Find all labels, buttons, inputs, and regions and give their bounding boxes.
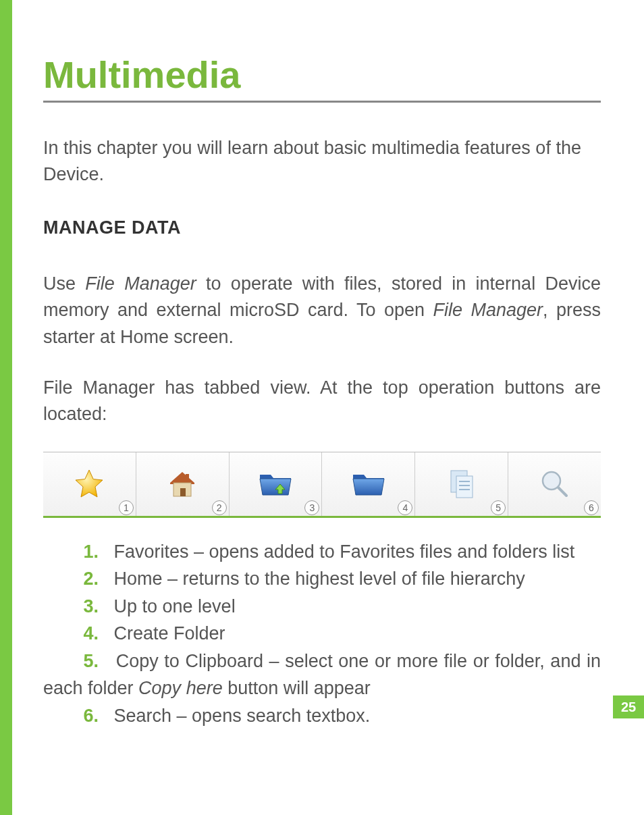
list-number: 6. — [76, 702, 99, 730]
text-span: Use — [43, 273, 85, 294]
list-item: 5. Copy to Clipboard – select one or mor… — [43, 648, 601, 702]
list-number: 5. — [76, 648, 99, 675]
paragraph-file-manager-intro: Use File Manager to operate with files, … — [43, 271, 601, 350]
emphasis-file-manager: File Manager — [85, 273, 196, 294]
toolbar-badge: 2 — [212, 500, 227, 515]
svg-line-9 — [558, 488, 566, 496]
list-number: 2. — [76, 565, 99, 593]
list-item: 6. Search – opens search textbox. — [43, 702, 601, 730]
svg-rect-1 — [180, 488, 186, 496]
toolbar-btn-up-level[interactable]: 3 — [230, 452, 323, 516]
toolbar-btn-home[interactable]: 2 — [136, 452, 230, 516]
list-item: 3. Up to one level — [43, 593, 601, 621]
folder-up-icon — [258, 469, 293, 499]
intro-paragraph: In this chapter you will learn about bas… — [43, 135, 601, 188]
page-content: Multimedia In this chapter you will lear… — [43, 53, 601, 729]
list-number: 1. — [76, 538, 99, 566]
list-text: Favorites – opens added to Favorites fil… — [114, 542, 575, 562]
text-span: button will appear — [223, 678, 371, 698]
toolbar-badge: 4 — [398, 500, 412, 515]
list-text: Up to one level — [114, 596, 236, 616]
folder-icon — [351, 469, 386, 499]
svg-rect-4 — [456, 476, 473, 498]
list-number: 4. — [76, 620, 99, 648]
list-number: 3. — [76, 593, 99, 621]
star-icon — [73, 468, 105, 500]
toolbar-badge: 6 — [584, 500, 599, 515]
list-item: 1. Favorites – opens added to Favorites … — [43, 538, 601, 566]
svg-rect-2 — [186, 474, 189, 481]
emphasis-file-manager: File Manager — [433, 300, 543, 320]
page-number: 25 — [613, 695, 644, 718]
magnifier-icon — [539, 469, 570, 500]
emphasis-copy-here: Copy here — [138, 678, 223, 698]
paragraph-tabbed-view: File Manager has tabbed view. At the top… — [43, 375, 601, 427]
list-text: Create Folder — [114, 623, 225, 643]
section-heading-manage-data: MANAGE DATA — [43, 217, 601, 238]
toolbar-badge: 1 — [119, 500, 134, 515]
file-manager-toolbar: 1 2 3 4 — [43, 452, 601, 518]
toolbar-btn-search[interactable]: 6 — [508, 452, 601, 516]
chapter-title: Multimedia — [43, 53, 601, 103]
list-text: Home – returns to the highest level of f… — [114, 569, 525, 589]
list-item: 4. Create Folder — [43, 620, 601, 648]
copy-icon — [447, 468, 477, 500]
toolbar-badge: 3 — [304, 500, 319, 515]
left-sidebar — [0, 0, 12, 815]
toolbar-badge: 5 — [491, 500, 506, 515]
list-text: Search – opens search textbox. — [114, 706, 371, 726]
toolbar-btn-copy-clipboard[interactable]: 5 — [415, 452, 508, 516]
home-icon — [166, 468, 198, 500]
numbered-list: 1. Favorites – opens added to Favorites … — [43, 538, 601, 730]
toolbar-btn-favorites[interactable]: 1 — [43, 452, 136, 516]
toolbar-btn-create-folder[interactable]: 4 — [322, 452, 415, 516]
list-text: Copy to Clipboard – select one or more f… — [43, 651, 601, 699]
list-item: 2. Home – returns to the highest level o… — [43, 565, 601, 593]
